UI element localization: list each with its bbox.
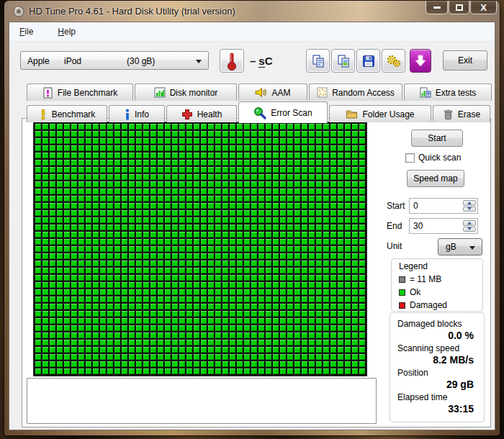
scan-block bbox=[86, 368, 91, 374]
scan-block bbox=[50, 174, 55, 180]
scan-block bbox=[273, 261, 279, 266]
tab-info[interactable]: Info bbox=[109, 105, 165, 122]
start-spinner[interactable] bbox=[463, 200, 476, 212]
scan-block bbox=[338, 167, 343, 173]
scan-block bbox=[294, 347, 300, 353]
scan-block bbox=[330, 354, 336, 360]
scan-block bbox=[316, 181, 322, 187]
start-field[interactable]: 0 bbox=[409, 198, 478, 214]
scan-block bbox=[309, 145, 315, 151]
scan-block bbox=[251, 174, 257, 180]
scan-block bbox=[165, 239, 171, 245]
scan-block bbox=[122, 289, 127, 295]
end-spinner[interactable] bbox=[463, 220, 476, 232]
scan-block bbox=[57, 246, 63, 252]
scan-block bbox=[165, 268, 171, 273]
maximize-button[interactable] bbox=[449, 1, 469, 14]
scan-block bbox=[338, 239, 343, 245]
scan-block bbox=[302, 289, 307, 295]
scan-block bbox=[208, 167, 214, 173]
scan-block bbox=[359, 361, 365, 367]
exit-button[interactable]: Exit bbox=[443, 50, 487, 71]
scan-block bbox=[165, 354, 171, 360]
copy-screenshot-button[interactable] bbox=[331, 49, 355, 73]
scan-block bbox=[114, 153, 120, 158]
scan-block bbox=[50, 217, 55, 223]
scan-block bbox=[158, 246, 163, 252]
scan-block bbox=[273, 174, 279, 180]
scan-block bbox=[42, 232, 48, 237]
tab-error-scan[interactable]: Error Scan bbox=[238, 101, 328, 123]
save-button[interactable] bbox=[356, 49, 380, 73]
scan-block bbox=[208, 340, 214, 345]
scan-block bbox=[266, 189, 271, 194]
scan-block bbox=[302, 174, 307, 180]
scan-block bbox=[352, 210, 358, 216]
scan-block bbox=[309, 217, 315, 223]
scan-block bbox=[237, 138, 243, 144]
drive-select[interactable]: Apple iPod (30 gB) bbox=[20, 51, 209, 70]
scan-block bbox=[64, 174, 70, 180]
scan-block bbox=[186, 232, 192, 237]
scan-block bbox=[280, 289, 286, 295]
tab-disk-monitor[interactable]: Disk monitor bbox=[135, 83, 237, 101]
update-download-button[interactable] bbox=[410, 49, 431, 73]
close-button[interactable]: X bbox=[470, 1, 497, 14]
minimize-button[interactable] bbox=[426, 1, 448, 14]
spin-down-icon bbox=[467, 227, 472, 230]
scan-block bbox=[107, 268, 113, 273]
tab-aam[interactable]: AAM bbox=[238, 83, 307, 101]
scan-block bbox=[158, 340, 163, 345]
scan-block bbox=[352, 225, 358, 230]
scan-block bbox=[42, 289, 48, 295]
tab-file-benchmark[interactable]: File Benchmark bbox=[27, 83, 133, 101]
scan-block bbox=[42, 203, 48, 209]
scan-block bbox=[122, 232, 127, 237]
quick-scan-row[interactable]: Quick scan bbox=[405, 153, 461, 163]
start-scan-button[interactable]: Start bbox=[411, 130, 463, 147]
scan-block bbox=[35, 174, 41, 180]
scan-block bbox=[93, 318, 99, 324]
scan-block bbox=[237, 354, 243, 360]
scan-block bbox=[194, 340, 199, 345]
scan-block bbox=[244, 268, 250, 273]
scan-block bbox=[201, 232, 207, 237]
close-icon: X bbox=[480, 3, 487, 12]
scan-block bbox=[172, 217, 178, 223]
scan-block bbox=[280, 275, 286, 281]
temperature-button[interactable] bbox=[220, 49, 244, 73]
options-button[interactable] bbox=[382, 49, 405, 73]
speed-map-button[interactable]: Speed map bbox=[407, 170, 464, 187]
scan-block bbox=[302, 210, 307, 216]
scan-block bbox=[179, 325, 185, 331]
tab-folder-usage[interactable]: Folder Usage bbox=[329, 105, 431, 122]
scan-block bbox=[258, 138, 264, 144]
tab-benchmark[interactable]: Benchmark bbox=[27, 105, 107, 122]
scan-block bbox=[258, 153, 264, 158]
scan-block bbox=[114, 210, 120, 216]
scan-block bbox=[64, 318, 70, 324]
menu-file[interactable]: File bbox=[17, 25, 36, 38]
menu-help[interactable]: Help bbox=[55, 25, 78, 38]
tab-extra-tests[interactable]: Extra tests bbox=[404, 83, 492, 101]
scan-block bbox=[251, 268, 257, 273]
end-field[interactable]: 30 bbox=[409, 218, 478, 234]
scan-block bbox=[158, 174, 163, 180]
tab-erase[interactable]: Erase bbox=[433, 105, 490, 122]
scan-block bbox=[280, 153, 286, 158]
scan-block bbox=[309, 261, 315, 266]
copy-text-button[interactable] bbox=[306, 49, 330, 73]
tab-health[interactable]: Health bbox=[166, 105, 237, 122]
unit-select[interactable]: gB bbox=[438, 238, 482, 255]
quick-scan-checkbox[interactable] bbox=[405, 153, 415, 163]
scan-block bbox=[201, 181, 207, 187]
tab-random-access[interactable]: Random Access bbox=[309, 83, 402, 101]
scan-block bbox=[345, 225, 351, 230]
scan-block bbox=[222, 160, 228, 166]
random-access-icon bbox=[317, 87, 328, 98]
scan-block bbox=[57, 217, 63, 223]
scan-block bbox=[345, 131, 351, 137]
scan-block bbox=[266, 196, 271, 202]
scan-block bbox=[222, 225, 228, 230]
window-titlebar[interactable]: HD Tune Pro 4.61 - Hard Disk Utility (tr… bbox=[4, 1, 500, 22]
